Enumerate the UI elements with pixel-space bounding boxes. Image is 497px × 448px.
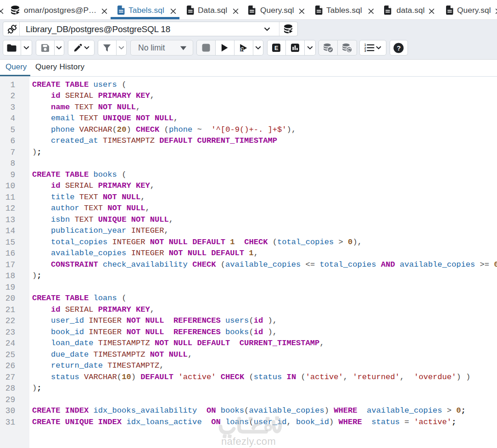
svg-text:?: ? xyxy=(397,44,401,51)
svg-text:3: 3 xyxy=(364,49,366,52)
svg-text:1: 1 xyxy=(241,46,244,52)
svg-text:E: E xyxy=(274,45,278,51)
